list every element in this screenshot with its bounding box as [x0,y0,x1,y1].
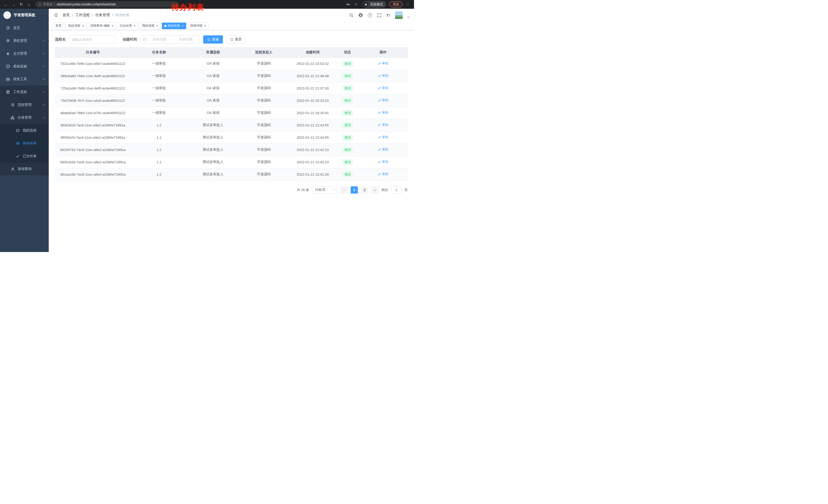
tab-my-process[interactable]: 我的流程 × [139,22,161,29]
status-badge: 激活 [342,159,353,165]
approve-button[interactable]: 审批 [378,172,388,176]
approve-button[interactable]: 审批 [378,61,388,65]
search-button[interactable]: 搜索 [203,35,223,44]
cell-created: 2022-01-21 22:42:23 [289,156,336,168]
close-icon[interactable]: × [82,25,84,28]
prev-page-button[interactable]: ‹ [340,186,347,193]
table-row: 069c6a63-7b8a-11ec-8ef0-acde48001122 一级审… [55,70,408,82]
user-avatar[interactable] [395,11,403,19]
forward-icon[interactable]: → [10,1,17,8]
sidebar-item-todo-tasks[interactable]: 待办任务 [0,137,49,150]
close-icon[interactable]: × [112,25,113,28]
logo-avatar [3,11,11,19]
cell-initiator: 芋道源码 [239,70,289,82]
font-size-icon[interactable]: TT [386,13,390,17]
close-icon[interactable]: × [156,25,158,28]
approve-button[interactable]: 审批 [378,147,388,152]
approve-label: 审批 [382,123,388,127]
close-icon[interactable]: × [204,25,206,28]
cell-task-name: 一级审批 [131,57,187,70]
check-icon [15,154,20,158]
tab-home[interactable]: 首页 [53,22,64,29]
page-button-2[interactable]: 2 [361,186,368,193]
page-button-1[interactable]: 1 [350,186,358,193]
cell-action: 审批 [358,94,408,107]
home-icon[interactable]: ⌂ [26,1,32,8]
close-icon[interactable]: × [182,25,184,28]
key-icon[interactable] [345,1,352,8]
cell-status: 激活 [336,168,358,180]
avatar-caret-icon[interactable] [407,15,410,18]
date-range-picker[interactable]: 开始日期 - 结束日期 [140,35,200,44]
todo-task-table: 任务编号 任务名称 所属流程 流程发起人 创建时间 状态 操作 73211d9d… [49,47,414,181]
sidebar-item-workflow[interactable]: 工作流程 [0,86,49,98]
column-process: 所属流程 [187,47,239,57]
sidebar-item-system[interactable]: ⚙ 系统管理 [0,34,49,47]
security-label: 不安全 [43,2,52,7]
update-button[interactable]: 更新 [389,1,403,7]
tab-process-form-edit[interactable]: 流程表单-编辑 × [88,22,116,29]
sidebar-item-leave-query[interactable]: 请假查询 [0,163,49,175]
sidebar-toggle-icon[interactable] [53,13,58,17]
address-bar[interactable]: ⚠ 不安全 dashboard.yudao.iocoder.cn/bpm/tas… [35,1,179,7]
breadcrumb-task-management[interactable]: 任务管理 [95,13,110,17]
sidebar-item-my-process[interactable]: 我的流程 [0,124,49,137]
approve-button[interactable]: 审批 [378,86,388,90]
tab-done-tasks[interactable]: 已办任务 × [117,22,138,29]
approve-button[interactable]: 审批 [378,160,388,164]
approve-button[interactable]: 审批 [378,74,388,78]
sidebar-item-payment[interactable]: ¥ 支付管理 [0,47,49,60]
approve-button[interactable]: 审批 [378,98,388,102]
approve-button[interactable]: 审批 [378,123,388,127]
next-page-button[interactable]: › [371,186,378,193]
sidebar-item-home[interactable]: 首页 [0,21,49,34]
cell-task-id: 069c6a63-7b8a-11ec-8ef0-acde48001122 [55,70,131,82]
cell-process: OA 请假 [187,82,239,94]
status-badge: 激活 [342,98,353,103]
cell-created: 2022-01-21 22:43:55 [289,131,336,144]
tab-process-detail[interactable]: 流程详情 × [188,22,209,29]
sidebar-item-devtools[interactable]: 研发工具 [0,73,49,86]
fullscreen-icon[interactable] [377,13,381,17]
cell-task-name: 一级审批 [131,94,187,107]
list-icon [10,103,15,107]
breadcrumb-home[interactable]: 首页 [63,13,70,17]
sidebar-item-label: 待办任务 [23,141,37,146]
reload-icon[interactable]: ↻ [18,1,25,8]
search-icon[interactable] [349,13,354,17]
tab-label: 我的流程 [142,24,155,28]
sidebar-item-process-management[interactable]: 流程管理 [0,98,49,111]
cell-created: 2022-01-21 22:43:55 [289,119,336,131]
browser-menu-icon[interactable]: ⋮ [405,1,411,8]
cell-status: 激活 [336,156,358,168]
sidebar-item-task-management[interactable]: 任务管理 [0,111,49,124]
chevron-down-icon [43,51,45,54]
column-created: 创建时间 [289,47,336,57]
app-logo: 芋道管理系统 [0,9,49,21]
sidebar-item-done-tasks[interactable]: 已办任务 [0,150,49,163]
bookmark-star-icon[interactable]: ☆ [353,1,359,8]
goto-page-input[interactable] [391,186,402,193]
incognito-badge: 无痕模式 [363,1,386,8]
tab-start-process[interactable]: 发起流程 × [66,22,86,29]
cell-initiator: 芋道源码 [239,168,289,180]
cell-status: 激活 [336,70,358,82]
page-size-select[interactable]: 10条/页 [312,186,337,193]
sidebar-item-label: 支付管理 [13,51,27,56]
github-icon[interactable] [358,13,363,17]
sidebar-item-infrastructure[interactable]: 基础设施 [0,60,49,73]
close-icon[interactable]: × [134,25,136,28]
breadcrumb-workflow[interactable]: 工作流程 [75,13,90,17]
approve-button[interactable]: 审批 [378,135,388,139]
process-name-input[interactable] [69,35,115,44]
monitor-icon [6,64,10,68]
tab-todo-tasks[interactable]: 待办任务 × [162,22,186,29]
help-icon[interactable]: ? [368,13,372,17]
cell-task-id: 73211d9d-7b9b-11ec-b5b7-acde48001122 [55,57,131,70]
sidebar: 芋道管理系统 首页 ⚙ 系统管理 ¥ 支付管理 基础设施 研发工具 工作流程 [0,9,49,252]
back-icon[interactable]: ← [3,1,9,8]
reset-button[interactable]: 重置 [226,35,246,44]
approve-button[interactable]: 审批 [378,110,388,115]
cell-process: 测试多审批人 [187,131,239,144]
cell-created: 2022-01-21 22:41:29 [289,168,336,180]
